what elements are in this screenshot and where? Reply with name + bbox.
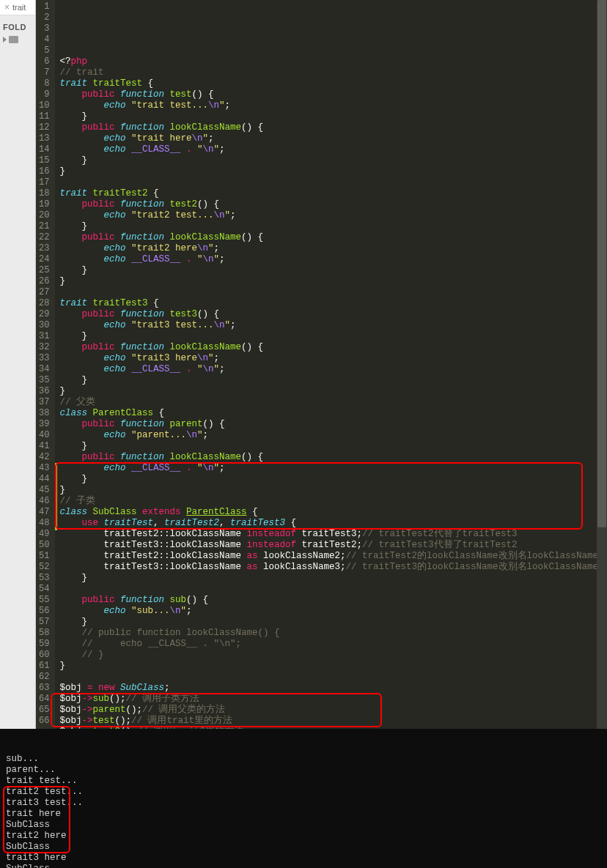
code-editor[interactable]: 1234567891011121314151617181920212223242…: [36, 0, 607, 729]
code-line[interactable]: class SubClass extends ParentClass {: [59, 507, 607, 518]
folder-row[interactable]: [0, 34, 35, 45]
sidebar-header: FOLD: [0, 15, 35, 34]
code-line[interactable]: $obj->parent();// 调用父类的方法: [59, 705, 607, 716]
code-line[interactable]: }: [59, 155, 607, 166]
code-line[interactable]: }: [59, 265, 607, 276]
modified-marker: [55, 463, 57, 530]
code-line[interactable]: echo __CLASS__ . "\n";: [59, 254, 607, 265]
code-line[interactable]: echo __CLASS__ . "\n";: [59, 463, 607, 474]
code-line[interactable]: $obj->test();// 调用trait里的方法: [59, 716, 607, 727]
code-line[interactable]: class ParentClass {: [59, 408, 607, 419]
code-line[interactable]: }: [59, 111, 607, 122]
code-line[interactable]: [59, 177, 607, 188]
code-line[interactable]: trait traitTest3 {: [59, 298, 607, 309]
code-line[interactable]: echo "trait test...\n";: [59, 100, 607, 111]
code-line[interactable]: public function test3() {: [59, 309, 607, 320]
code-line[interactable]: }: [59, 474, 607, 485]
code-line[interactable]: echo __CLASS__ . "\n";: [59, 364, 607, 375]
code-line[interactable]: }: [59, 617, 607, 628]
code-line[interactable]: trait traitTest {: [59, 78, 607, 89]
code-line[interactable]: echo "trait2 test...\n";: [59, 210, 607, 221]
code-line[interactable]: traitTest3::lookClassName as lookClassNa…: [59, 562, 607, 573]
code-line[interactable]: traitTest2::lookClassName as lookClassNa…: [59, 551, 607, 562]
arrow-right-icon: [3, 37, 7, 42]
output-line: trait3 test...: [6, 798, 601, 809]
code-line[interactable]: public function parent() {: [59, 419, 607, 430]
code-line[interactable]: }: [59, 661, 607, 672]
code-line[interactable]: public function lookClassName() {: [59, 232, 607, 243]
close-icon[interactable]: ×: [4, 2, 10, 12]
code-line[interactable]: }: [59, 375, 607, 386]
code-line[interactable]: // }: [59, 650, 607, 661]
code-line[interactable]: }: [59, 276, 607, 287]
file-tab-label: trait: [12, 3, 26, 12]
code-line[interactable]: [59, 584, 607, 595]
code-line[interactable]: public function test2() {: [59, 199, 607, 210]
code-line[interactable]: // public function lookClassName() {: [59, 628, 607, 639]
folder-icon: [9, 36, 18, 43]
output-line: trait here: [6, 809, 601, 820]
code-line[interactable]: echo "trait3 here\n";: [59, 353, 607, 364]
code-line[interactable]: // 子类: [59, 496, 607, 507]
code-line[interactable]: [59, 287, 607, 298]
scroll-thumb[interactable]: [597, 0, 606, 527]
output-line: SubClass: [6, 820, 601, 831]
output-line: trait3 here: [6, 853, 601, 864]
code-line[interactable]: public function lookClassName() {: [59, 452, 607, 463]
code-line[interactable]: }: [59, 221, 607, 232]
code-line[interactable]: traitTest2::lookClassName insteadof trai…: [59, 529, 607, 540]
code-line[interactable]: public function lookClassName() {: [59, 122, 607, 133]
code-line[interactable]: traitTest3::lookClassName insteadof trai…: [59, 540, 607, 551]
output-line: SubClass: [6, 842, 601, 853]
code-line[interactable]: trait traitTest2 {: [59, 188, 607, 199]
code-line[interactable]: }: [59, 166, 607, 177]
code-line[interactable]: $obj = new SubClass;: [59, 683, 607, 694]
code-line[interactable]: // echo __CLASS__ . "\n";: [59, 639, 607, 650]
code-line[interactable]: }: [59, 485, 607, 496]
output-line: trait test...: [6, 776, 601, 787]
code-line[interactable]: echo "trait3 test...\n";: [59, 320, 607, 331]
code-line[interactable]: // trait: [59, 67, 607, 78]
code-line[interactable]: }: [59, 331, 607, 342]
output-line: trait2 here: [6, 831, 601, 842]
sidebar: × trait FOLD: [0, 0, 36, 729]
build-output-panel[interactable]: sub...parent...trait test...trait2 test.…: [0, 729, 607, 868]
output-line: parent...: [6, 765, 601, 776]
code-line[interactable]: }: [59, 386, 607, 397]
output-line: trait2 test...: [6, 787, 601, 798]
code-line[interactable]: }: [59, 573, 607, 584]
code-line[interactable]: echo "sub...\n";: [59, 606, 607, 617]
code-line[interactable]: $obj->sub();// 调用子类方法: [59, 694, 607, 705]
code-line[interactable]: [59, 672, 607, 683]
code-line[interactable]: echo __CLASS__ . "\n";: [59, 144, 607, 155]
code-line[interactable]: }: [59, 441, 607, 452]
output-line: sub...: [6, 754, 601, 765]
code-area[interactable]: <?php// traittrait traitTest { public fu…: [55, 0, 607, 729]
code-line[interactable]: // 父类: [59, 397, 607, 408]
code-line[interactable]: echo "parent...\n";: [59, 430, 607, 441]
code-line[interactable]: use traitTest, traitTest2, traitTest3 {: [59, 518, 607, 529]
code-line[interactable]: <?php: [59, 56, 607, 67]
output-line: SubClass: [6, 864, 601, 868]
code-line[interactable]: echo "trait2 here\n";: [59, 243, 607, 254]
code-line[interactable]: echo "trait here\n";: [59, 133, 607, 144]
code-line[interactable]: public function lookClassName() {: [59, 342, 607, 353]
code-line[interactable]: public function test() {: [59, 89, 607, 100]
code-line[interactable]: public function sub() {: [59, 595, 607, 606]
line-number-gutter: 1234567891011121314151617181920212223242…: [36, 0, 55, 729]
file-tab[interactable]: × trait: [0, 0, 35, 15]
editor-scrollbar[interactable]: [597, 0, 607, 729]
